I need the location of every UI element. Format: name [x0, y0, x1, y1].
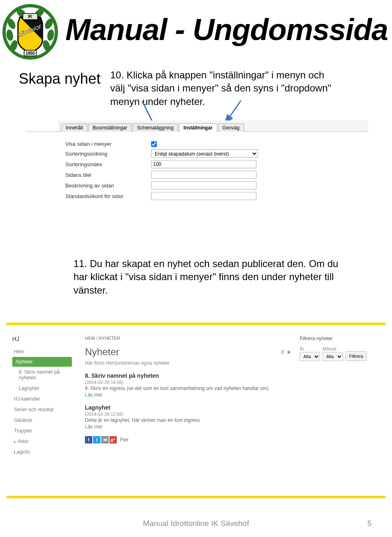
sidebar-item-serier[interactable]: Serier och resultat [12, 404, 72, 415]
filter-year-label: År [300, 346, 320, 351]
select-sorteringsordning[interactable]: Enligt skapadatum (senast överst) [151, 149, 258, 158]
paragraph-10: 10. Klicka på knappen "inställningar" i … [110, 69, 339, 108]
rss-icon[interactable]: ⋷ [281, 349, 285, 355]
sidebar-item-gastbok[interactable]: Gästbok [12, 415, 72, 426]
label-standardsokord: Standardsökord för sidor [65, 193, 151, 199]
settings-panel: Innehåll Boxinställningar Schemaläggning… [25, 120, 368, 243]
breadcrumb: HEM / NYHETER [85, 336, 292, 341]
input-standardsokord[interactable] [151, 192, 256, 200]
facebook-icon[interactable]: f [85, 436, 92, 443]
news-title[interactable]: Lagnyhet [85, 404, 292, 411]
sidebar-title: HJ [12, 336, 72, 342]
sidebar-item-kalender[interactable]: HJ kalender [12, 394, 72, 404]
paragraph-11: 11. Du har skapat en nyhet och sedan pub… [74, 257, 351, 297]
sidebar-item-arkiv[interactable]: Arkiv [12, 436, 72, 447]
content-page-title: Nyheter [85, 346, 119, 358]
mail-icon[interactable]: ✉ [101, 436, 109, 443]
sidebar: HJ Hem Nyheter 8. Skriv namnet på nyhete… [7, 325, 76, 496]
news-body: Detta är en lagnyhet. Här skriver man en… [85, 417, 292, 423]
tab-genvag[interactable]: Genväg [218, 123, 244, 132]
news-read-more[interactable]: Läs mer [85, 424, 292, 430]
page-subtext: Här finns Herrjuniorernas egna nyheter [85, 360, 292, 366]
share-row: f t ✉ g⁺ Fler [85, 436, 292, 443]
tab-schemalaggning[interactable]: Schemaläggning [133, 123, 178, 132]
page-title: Manual - Ungdomssida [65, 12, 388, 47]
filter-column: Filtrera nyheter År Alla Månad Alla [296, 325, 385, 496]
footer-text: Manual Idrottonline IK Sävehof [0, 519, 392, 528]
share-more-link[interactable]: Fler [120, 437, 129, 443]
label-sidans-titel: Sidans titel [65, 172, 151, 178]
news-body: 9. Skriv en ingress (se det som en kort … [85, 385, 292, 391]
sidebar-item-hem[interactable]: Hem [12, 346, 72, 357]
main-column: HEM / NYHETER Nyheter ⋷ ★ Här finns Herr… [76, 325, 296, 496]
input-sidans-titel[interactable] [151, 171, 256, 179]
section-title: Skapa nyhet [19, 70, 100, 87]
sidebar-item-nyheter[interactable]: Nyheter [12, 357, 72, 367]
site-panel: HJ Hem Nyheter 8. Skriv namnet på nyhete… [7, 323, 385, 498]
label-visa-sidan: Visa sidan i menyer [65, 141, 151, 147]
tab-installningar[interactable]: Inställningar [179, 123, 217, 132]
club-logo: IK SÄVEHOF 1950 [2, 3, 59, 60]
news-read-more[interactable]: Läs mer [85, 392, 292, 398]
input-beskrivning[interactable] [151, 181, 256, 189]
filter-button[interactable]: Filtrera [345, 351, 367, 361]
filter-month-label: Månad [323, 346, 343, 351]
sidebar-item-laginfo[interactable]: Laginfo [12, 447, 72, 457]
page-number: 5 [367, 519, 372, 528]
svg-text:IK: IK [28, 14, 33, 19]
star-icon[interactable]: ★ [286, 349, 292, 355]
googleplus-icon[interactable]: g⁺ [109, 436, 117, 443]
tab-innehall[interactable]: Innehåll [61, 123, 87, 132]
sidebar-item-lagnyhet[interactable]: Lagnyhet [12, 383, 72, 394]
label-sorteringsindex: Sorteringsindex [65, 161, 151, 167]
checkbox-visa-sidan[interactable] [151, 141, 157, 147]
news-item: Lagnyhet (2014-02-28 12:56) Detta är en … [85, 404, 292, 430]
filter-year-select[interactable]: Alla [300, 352, 320, 361]
svg-text:1950: 1950 [26, 51, 35, 56]
news-title[interactable]: 8. Skriv namnet på nyheten [85, 372, 292, 379]
input-sorteringsindex[interactable] [151, 160, 256, 168]
news-date: (2014-02-28 12:56) [85, 412, 292, 417]
sidebar-item-skriv-namnet[interactable]: 8. Skriv namnet på nyheten [12, 367, 72, 383]
label-sorteringsordning: Sorteringsordning [65, 151, 151, 157]
filter-month-select[interactable]: Alla [323, 352, 343, 361]
tab-boxinstallningar[interactable]: Boxinställningar [88, 123, 132, 132]
sidebar-item-truppen[interactable]: Truppen [12, 426, 72, 436]
news-date: (2014-02-28 14:06) [85, 380, 292, 385]
filter-title: Filtrera nyheter [300, 336, 379, 341]
news-item: 8. Skriv namnet på nyheten (2014-02-28 1… [85, 372, 292, 398]
tab-bar: Innehåll Boxinställningar Schemaläggning… [25, 120, 368, 132]
twitter-icon[interactable]: t [93, 436, 100, 443]
label-beskrivning: Beskrivning av sidan [65, 183, 151, 189]
